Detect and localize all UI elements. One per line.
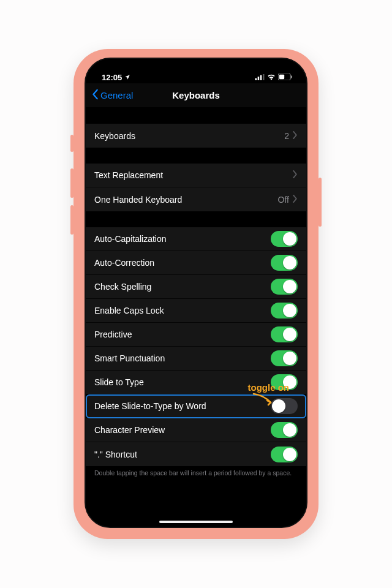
status-time: 12:05 bbox=[102, 73, 122, 82]
row-accessory bbox=[271, 350, 298, 366]
toggle-knob bbox=[283, 328, 296, 341]
chevron-right-icon bbox=[293, 195, 298, 205]
screen: 12:05 bbox=[85, 58, 307, 528]
chevron-left-icon bbox=[92, 89, 99, 102]
row-accessory bbox=[271, 422, 298, 438]
toggle-smart-punctuation[interactable] bbox=[271, 350, 298, 366]
toggle-knob bbox=[283, 423, 296, 437]
nav-bar: General Keyboards bbox=[86, 83, 306, 108]
row-slide-to-type[interactable]: Slide to Type bbox=[86, 371, 306, 394]
toggle-knob bbox=[283, 256, 296, 270]
row-one-handed-keyboard[interactable]: One Handed KeyboardOff bbox=[86, 187, 306, 211]
battery-icon bbox=[278, 73, 293, 82]
row-accessory bbox=[271, 447, 298, 462]
row-accessory bbox=[271, 255, 298, 271]
row-label: Slide to Type bbox=[94, 377, 144, 387]
toggle-slide-to-type[interactable] bbox=[271, 374, 298, 390]
settings-content[interactable]: Keyboards2 Text ReplacementOne Handed Ke… bbox=[86, 108, 306, 527]
location-icon bbox=[124, 74, 130, 81]
row-label: Text Replacement bbox=[94, 170, 163, 180]
row-accessory bbox=[271, 374, 298, 390]
toggle-knob bbox=[283, 375, 296, 389]
row-accessory: Off bbox=[278, 195, 298, 205]
row-accessory bbox=[271, 326, 298, 342]
row-shortcut[interactable]: "." Shortcut bbox=[86, 442, 306, 466]
row-smart-punctuation[interactable]: Smart Punctuation bbox=[86, 347, 306, 371]
row-keyboards[interactable]: Keyboards2 bbox=[86, 124, 306, 148]
row-character-preview[interactable]: Character Preview bbox=[86, 418, 306, 442]
toggle-predictive[interactable] bbox=[271, 326, 298, 342]
row-label: Check Spelling bbox=[94, 282, 151, 292]
volume-up-button bbox=[70, 168, 74, 198]
toggle-check-spelling[interactable] bbox=[271, 279, 298, 295]
row-accessory bbox=[271, 398, 298, 414]
toggle-delete-slide-to-type-by-word[interactable] bbox=[271, 398, 298, 414]
row-label: One Handed Keyboard bbox=[94, 195, 182, 205]
svg-rect-6 bbox=[291, 75, 292, 78]
row-label: Smart Punctuation bbox=[94, 353, 165, 363]
group-text-options: Text ReplacementOne Handed KeyboardOff bbox=[86, 164, 306, 211]
group-keyboards: Keyboards2 bbox=[86, 124, 306, 148]
toggle-knob bbox=[283, 232, 296, 246]
toggle-character-preview[interactable] bbox=[271, 422, 298, 438]
back-label: General bbox=[100, 90, 133, 100]
row-label: "." Shortcut bbox=[94, 450, 137, 459]
chevron-right-icon bbox=[293, 170, 298, 180]
svg-rect-5 bbox=[279, 75, 284, 79]
home-indicator[interactable] bbox=[159, 521, 233, 523]
row-accessory bbox=[271, 279, 298, 295]
row-accessory bbox=[293, 170, 298, 180]
row-value: 2 bbox=[284, 131, 289, 141]
row-accessory bbox=[271, 231, 298, 247]
row-check-spelling[interactable]: Check Spelling bbox=[86, 275, 306, 299]
row-label: Auto-Capitalization bbox=[94, 234, 167, 244]
row-delete-slide-to-type-by-word[interactable]: Delete Slide-to-Type by Wordtoggle on bbox=[86, 394, 306, 418]
back-button[interactable]: General bbox=[92, 89, 133, 102]
toggle-knob bbox=[272, 399, 285, 413]
row-label: Character Preview bbox=[94, 425, 165, 435]
svg-rect-2 bbox=[260, 75, 262, 80]
row-value: Off bbox=[278, 195, 289, 205]
power-button bbox=[318, 178, 322, 227]
row-auto-capitalization[interactable]: Auto-Capitalization bbox=[86, 227, 306, 251]
row-label: Enable Caps Lock bbox=[94, 306, 164, 315]
row-accessory: 2 bbox=[284, 131, 298, 141]
toggle-enable-caps-lock[interactable] bbox=[271, 303, 298, 318]
toggle-shortcut[interactable] bbox=[271, 447, 298, 462]
toggle-knob bbox=[283, 448, 296, 461]
svg-rect-1 bbox=[258, 77, 260, 80]
row-label: Predictive bbox=[94, 330, 132, 339]
toggle-knob bbox=[283, 304, 296, 317]
notch bbox=[141, 59, 251, 75]
row-enable-caps-lock[interactable]: Enable Caps Lock bbox=[86, 299, 306, 323]
phone-frame: 12:05 bbox=[74, 49, 318, 539]
toggle-knob bbox=[283, 280, 296, 293]
wifi-icon bbox=[267, 73, 276, 82]
group-typing-toggles: Auto-CapitalizationAuto-CorrectionCheck … bbox=[86, 227, 306, 466]
svg-rect-3 bbox=[263, 74, 265, 80]
footer-note: Double tapping the space bar will insert… bbox=[86, 466, 306, 478]
row-text-replacement[interactable]: Text Replacement bbox=[86, 164, 306, 187]
toggle-auto-capitalization[interactable] bbox=[271, 231, 298, 247]
ringer-switch bbox=[70, 135, 74, 152]
volume-down-button bbox=[70, 205, 74, 235]
toggle-auto-correction[interactable] bbox=[271, 255, 298, 271]
row-label: Keyboards bbox=[94, 131, 135, 141]
row-predictive[interactable]: Predictive bbox=[86, 323, 306, 347]
row-auto-correction[interactable]: Auto-Correction bbox=[86, 251, 306, 275]
svg-rect-0 bbox=[255, 78, 257, 80]
toggle-knob bbox=[283, 352, 296, 365]
row-label: Auto-Correction bbox=[94, 258, 154, 268]
chevron-right-icon bbox=[293, 131, 298, 141]
row-accessory bbox=[271, 303, 298, 318]
row-label: Delete Slide-to-Type by Word bbox=[94, 401, 206, 411]
cellular-icon bbox=[255, 73, 265, 82]
